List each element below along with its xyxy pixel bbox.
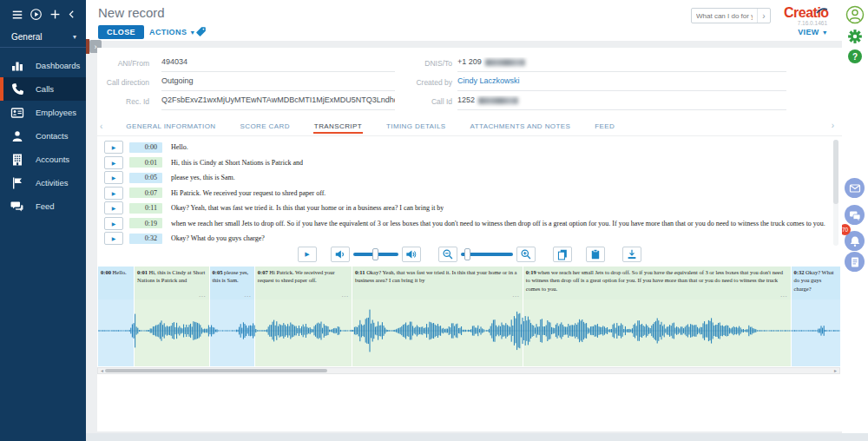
sidebar-item-contacts[interactable]: Contacts bbox=[0, 124, 86, 148]
workspace-selector[interactable]: General ▾ bbox=[0, 27, 86, 48]
help-icon[interactable]: ? bbox=[848, 49, 862, 63]
field-label: DNIS/To bbox=[383, 59, 452, 72]
waveform-segment-header[interactable]: 0:07 Hi Patrick. We received your reques… bbox=[255, 267, 352, 299]
sidebar-nav: DashboardsCallsEmployeesContactsAccounts… bbox=[0, 54, 86, 218]
segment-timestamp: 0:05 bbox=[129, 173, 162, 183]
field-value[interactable]: 494034 bbox=[161, 57, 395, 72]
segment-text: Hello. bbox=[171, 143, 188, 151]
bottom-strip bbox=[86, 433, 868, 441]
field-value[interactable]: +1 209 bbox=[457, 57, 786, 72]
transcript-row: ▶0:11Okay? Yeah, that was fast we tried … bbox=[104, 201, 833, 216]
segment-play-button[interactable]: ▶ bbox=[104, 187, 123, 200]
tab-general-information[interactable]: GENERAL INFORMATION bbox=[125, 119, 216, 134]
volume-up-icon[interactable] bbox=[402, 247, 421, 262]
view-button[interactable]: VIEW ▼ bbox=[798, 28, 828, 36]
transcript-row: ▶0:19when we reach her small Jets to dro… bbox=[104, 216, 833, 232]
transcript-row: ▶0:07Hi Patrick. We received your reques… bbox=[104, 186, 833, 201]
segment-timestamp: 0:19 bbox=[129, 218, 162, 228]
copy-icon[interactable] bbox=[553, 247, 572, 262]
form-fields-left: ANI/From494034Call directionOutgoingRec.… bbox=[97, 53, 395, 110]
transcript-scrollbar-thumb[interactable] bbox=[833, 140, 838, 204]
sidebar-item-calls[interactable]: Calls bbox=[0, 77, 86, 101]
field-value[interactable]: Cindy Laczkowski bbox=[457, 76, 786, 91]
form-field-row: DNIS/To+1 209 bbox=[383, 53, 786, 72]
waveform-segment-header[interactable]: 0:01 Hi, this is Cindy at Short Nations … bbox=[135, 267, 208, 299]
waveform[interactable] bbox=[98, 299, 840, 366]
chat-icon[interactable] bbox=[845, 205, 865, 225]
add-icon[interactable] bbox=[49, 9, 61, 20]
sidebar-item-accounts[interactable]: Accounts bbox=[0, 148, 86, 171]
feed-icon bbox=[10, 200, 24, 214]
sidebar-item-label: Activities bbox=[36, 178, 68, 188]
email-icon[interactable] bbox=[845, 178, 865, 198]
sidebar-item-label: Calls bbox=[36, 84, 54, 94]
sidebar-item-employees[interactable]: Employees bbox=[0, 101, 86, 124]
tabs-scroll-right-icon[interactable]: › bbox=[832, 121, 834, 130]
scroll-left-arrow-icon[interactable]: ◄ bbox=[100, 368, 104, 373]
sidebar-item-activities[interactable]: Activities bbox=[0, 171, 86, 194]
volume-slider-handle[interactable] bbox=[372, 248, 378, 260]
zoom-in-icon[interactable] bbox=[516, 247, 536, 262]
close-button[interactable]: CLOSE bbox=[98, 25, 144, 39]
volume-slider[interactable] bbox=[353, 248, 398, 260]
volume-down-icon[interactable] bbox=[331, 247, 350, 262]
user-avatar-icon[interactable] bbox=[845, 5, 865, 28]
zoom-out-icon[interactable] bbox=[438, 247, 457, 262]
clipboard-icon[interactable] bbox=[586, 247, 605, 262]
menu-icon[interactable] bbox=[11, 9, 23, 21]
download-icon[interactable] bbox=[622, 247, 641, 262]
segment-play-button[interactable]: ▶ bbox=[104, 171, 123, 184]
waveform-segment-header[interactable]: 0:32 Okay? What do you guys charge? bbox=[792, 267, 840, 299]
sidebar-item-feed[interactable]: Feed bbox=[0, 194, 86, 218]
transcript-row: ▶0:00Hello. bbox=[104, 140, 833, 155]
tab-bar: ‹ GENERAL INFORMATIONSCORE CARDTRANSCRIP… bbox=[97, 117, 842, 136]
tab-feed[interactable]: FEED bbox=[594, 119, 615, 134]
tab-transcript[interactable]: TRANSCRIPT bbox=[313, 119, 363, 134]
field-value[interactable]: 1252 bbox=[457, 95, 786, 110]
segment-play-button[interactable]: ▶ bbox=[104, 201, 123, 214]
tab-timing-details[interactable]: TIMING DETAILS bbox=[385, 119, 447, 134]
waveform-zoom-slider[interactable] bbox=[461, 248, 513, 260]
tabs-scroll-left-icon[interactable]: ‹ bbox=[100, 122, 102, 131]
record-card: ANI/From494034Call directionOutgoingRec.… bbox=[97, 48, 842, 431]
waveform-zoom-slider-handle[interactable] bbox=[464, 248, 470, 260]
waveform-segment-header[interactable]: 0:00 Hello. bbox=[98, 267, 134, 299]
search-input[interactable] bbox=[692, 12, 757, 20]
segment-play-button[interactable]: ▶ bbox=[104, 232, 123, 245]
segment-timestamp: 0:11 bbox=[129, 203, 162, 214]
process-run-icon[interactable] bbox=[30, 8, 43, 21]
field-label: Created by bbox=[383, 78, 452, 91]
settings-gear-icon[interactable] bbox=[847, 29, 863, 48]
segment-text: when we reach her small Jets to drop off… bbox=[171, 220, 825, 227]
form-fields-right: DNIS/To+1 209Created byCindy LaczkowskiC… bbox=[383, 53, 786, 110]
tab-score-card[interactable]: SCORE CARD bbox=[240, 119, 291, 134]
search-submit-icon[interactable]: › bbox=[757, 9, 770, 23]
segment-play-button[interactable]: ▶ bbox=[104, 217, 123, 230]
tag-icon[interactable] bbox=[195, 25, 207, 41]
audio-player-controls: ▶ bbox=[97, 247, 842, 262]
field-value[interactable]: Q2FsbExvZ1wxMjUyMTEwNTAwMDBcMTI1MjExMDU5… bbox=[161, 95, 395, 110]
page-title: New record bbox=[98, 5, 165, 20]
field-label: Rec. Id bbox=[97, 97, 149, 110]
sidebar-item-label: Feed bbox=[36, 201, 55, 211]
tab-attachments-and-notes[interactable]: ATTACHMENTS AND NOTES bbox=[470, 119, 572, 134]
collapse-sidebar-icon[interactable] bbox=[67, 9, 76, 20]
waveform-segment-header[interactable]: 0:05 please yes, this is Sam. bbox=[210, 267, 254, 299]
field-value[interactable]: Outgoing bbox=[161, 76, 395, 91]
segment-play-button[interactable]: ▶ bbox=[104, 141, 123, 154]
scroll-right-arrow-icon[interactable]: ► bbox=[833, 368, 838, 373]
segment-play-button[interactable]: ▶ bbox=[104, 156, 123, 169]
segment-text: Hi Patrick. We received your request to … bbox=[171, 189, 326, 197]
transcript-list: ▶0:00Hello.▶0:01Hi, this is Cindy at Sho… bbox=[104, 140, 833, 247]
contacts-icon bbox=[10, 129, 24, 143]
actions-button[interactable]: ACTIONS ▼ bbox=[149, 28, 196, 36]
waveform-scrollbar-thumb[interactable] bbox=[105, 369, 327, 372]
waveform-segment-header[interactable]: 0:19 when we reach her small Jets to dro… bbox=[523, 267, 791, 299]
sidebar-item-dashboards[interactable]: Dashboards bbox=[0, 54, 86, 77]
waveform-segment-headers: 0:00 Hello.0:01 Hi, this is Cindy at Sho… bbox=[98, 267, 840, 299]
workspace-label: General bbox=[11, 32, 43, 42]
notes-icon[interactable] bbox=[845, 252, 865, 272]
activities-icon bbox=[10, 176, 24, 190]
waveform-segment-header[interactable]: 0:11 Okay? Yeah, that was fast we tried … bbox=[352, 267, 523, 299]
play-button[interactable]: ▶ bbox=[298, 247, 317, 262]
